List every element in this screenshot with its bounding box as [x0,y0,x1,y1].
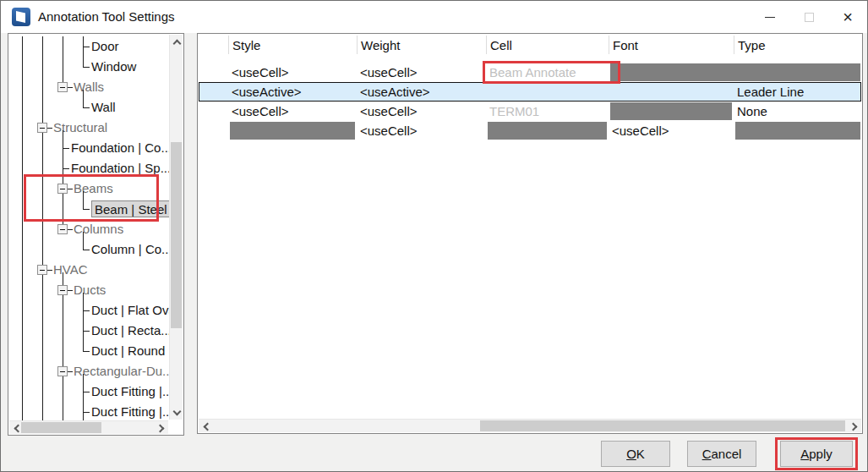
tree-line [42,402,43,420]
tree-line [83,293,84,321]
tree-line [63,57,63,77]
horizontal-scroll-thumb[interactable] [480,420,845,431]
tree-line [42,97,43,118]
disabled-cell-font-row1 [610,63,860,81]
title-bar[interactable]: Annotation Tool Settings × [1,1,867,33]
tree-line [42,57,43,77]
cell-cell-row3[interactable]: TERM01 [489,102,539,121]
cell-weight-row4[interactable]: <useCell> [360,121,418,140]
minus-icon [60,290,65,291]
tree-line [83,351,90,352]
tree-line [83,67,90,68]
close-button[interactable]: × [828,1,867,33]
cell-font-row4[interactable]: <useCell> [612,121,669,140]
tree-line [63,341,63,361]
tree-item-column-co[interactable]: Column | Co... [91,241,169,258]
cell-style-row2[interactable]: <useActive> [232,82,302,102]
tree-line [83,374,84,402]
tree-item-ducts[interactable]: Ducts [74,282,106,299]
tree-item-window[interactable]: Window [91,58,136,75]
scroll-left-button[interactable] [199,420,212,433]
tree-line [63,381,63,402]
column-separator [734,36,734,54]
vertical-scroll-thumb[interactable] [171,142,182,328]
disabled-cell-style-row4 [230,122,355,140]
tree-item-duct-flat-oval[interactable]: Duct | Flat Oval [91,302,169,319]
tree-line [22,280,23,300]
scroll-right-button[interactable] [155,421,168,435]
minimize-icon [765,17,775,18]
tree-item-hvac[interactable]: HVAC [53,261,88,278]
tree-expand-box[interactable] [57,224,68,234]
cell-weight-row1[interactable]: <useCell> [360,63,418,82]
chevron-left-icon [203,422,211,431]
tree-expand-box[interactable] [57,366,68,376]
scroll-right-button[interactable] [848,420,861,433]
tree-item-foundation-co[interactable]: Foundation | Co... [71,140,169,156]
column-header-font: Font [613,34,638,56]
tree-line [83,47,90,47]
cell-weight-row2[interactable]: <useActive> [360,82,430,102]
tree-horizontal-scrollbar[interactable] [9,420,168,434]
horizontal-scroll-thumb[interactable] [21,422,101,433]
grid-horizontal-scrollbar[interactable] [199,419,861,432]
tree-expand-box[interactable] [57,285,68,295]
tree-item-columns[interactable]: Columns [74,221,123,238]
tree-item-duct-fitting[interactable]: Duct Fitting |... [91,383,169,400]
cancel-button[interactable]: Cancel [687,441,756,467]
tree-line [83,392,90,392]
tree-expand-box[interactable] [37,123,47,133]
scroll-down-button[interactable] [170,406,183,420]
tree-line [63,300,63,321]
tree-line [83,107,90,108]
tree-line [42,239,43,260]
cell-style-row3[interactable]: <useCell> [232,102,289,121]
tree-line [22,321,23,341]
tree-line [42,219,43,239]
tree-line [22,361,23,381]
tree-line [22,381,23,402]
maximize-button [789,1,828,33]
cell-type-row2[interactable]: Leader Line [737,82,804,102]
tree-expand-box[interactable] [57,82,68,92]
annotation-tool-settings-dialog: Annotation Tool Settings × DoorWindowWal… [0,0,868,472]
tree-item-wall[interactable]: Wall [91,99,116,116]
minus-icon [60,371,65,372]
tree-vertical-scrollbar[interactable] [169,35,183,420]
tree-line [22,138,23,158]
cell-weight-row3[interactable]: <useCell> [360,102,418,121]
tree-item-rectangular-du[interactable]: Rectangular-Du... [74,363,169,380]
tree-item-duct-recta[interactable]: Duct | Recta... [91,322,169,339]
tree-item-door[interactable]: Door [91,38,119,55]
tree-line [83,232,84,250]
cell-type-row3[interactable]: None [737,102,767,121]
tree-item-duct-round[interactable]: Duct | Round [91,343,165,359]
column-separator [486,36,487,54]
tree-expand-box[interactable] [37,265,47,275]
highlight-box-beams-group [24,174,159,222]
chevron-right-icon [156,424,164,432]
ok-button[interactable]: OK [601,441,670,467]
tree-line [63,321,63,341]
column-separator [357,36,358,54]
cell-style-row1[interactable]: <useCell> [232,63,289,82]
scroll-up-button[interactable] [170,35,183,48]
annotation-flag-icon [16,11,25,23]
tree-line [42,280,43,300]
chevron-down-icon [172,407,181,415]
chevron-up-icon [172,39,181,47]
tree-item-structural[interactable]: Structural [53,119,107,136]
tree-line [42,361,43,381]
close-icon: × [843,8,853,25]
minimize-button[interactable] [751,1,789,33]
tree-item-walls[interactable]: Walls [74,79,104,96]
tree-line [22,239,23,260]
tree-panel: DoorWindowWallsWallStructuralFoundation … [8,33,184,436]
tree-line [83,341,84,351]
tree-item-duct-fitting[interactable]: Duct Fitting |... [91,403,169,420]
tree-line [63,130,63,158]
tree-line [63,168,69,169]
tree-line [22,118,23,138]
tree-line [42,300,43,321]
tree-line [22,178,23,199]
